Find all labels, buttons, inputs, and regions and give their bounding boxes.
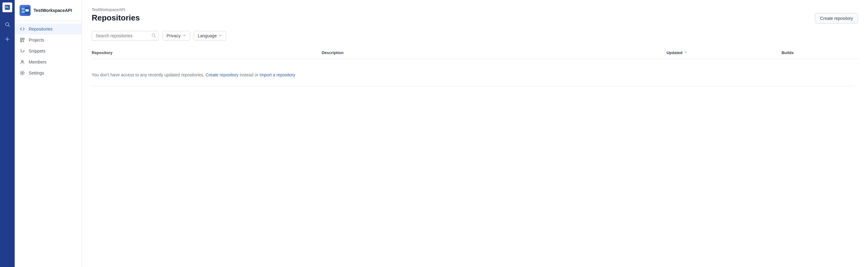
sidebar-item-projects[interactable]: Projects (15, 35, 82, 45)
sidebar-header: TestWorkspaceAPI (15, 0, 82, 21)
snippets-icon (20, 48, 25, 54)
column-header-description: Description (321, 48, 666, 59)
svg-rect-9 (25, 9, 29, 11)
svg-point-11 (22, 72, 23, 74)
import-repo-link[interactable]: Import a repository (259, 72, 295, 77)
create-repo-link[interactable]: Create repository (206, 72, 238, 77)
create-nav-icon[interactable] (2, 34, 12, 44)
privacy-filter-button[interactable]: Privacy (163, 31, 190, 41)
workspace-name: TestWorkspaceAPI (34, 8, 72, 13)
sidebar-item-snippets[interactable]: Snippets (15, 45, 82, 57)
search-input[interactable] (92, 31, 159, 41)
chevron-down-icon (183, 33, 186, 38)
create-repository-button[interactable]: Create repository (815, 13, 858, 24)
search-nav-icon[interactable] (2, 20, 12, 29)
table-row: You don't have access to any recently up… (92, 59, 858, 91)
column-header-repository: Repository (92, 48, 321, 59)
column-header-builds: Builds (781, 48, 858, 59)
svg-line-3 (8, 25, 9, 27)
sort-chevron-icon[interactable] (684, 51, 687, 55)
filters-bar: Privacy Language (92, 31, 858, 41)
projects-icon (20, 37, 25, 43)
sidebar-item-label: Projects (29, 38, 44, 42)
sidebar-item-label: Settings (29, 71, 44, 75)
language-filter-button[interactable]: Language (194, 31, 226, 41)
column-header-updated: Updated (666, 48, 684, 59)
settings-icon (20, 70, 25, 76)
sidebar-item-members[interactable]: Members (15, 57, 82, 68)
svg-rect-8 (21, 11, 25, 13)
sidebar-item-repositories[interactable]: Repositories (15, 24, 82, 35)
search-container (92, 31, 159, 41)
members-icon (20, 59, 25, 65)
repository-table: Repository Description Updated Builds (92, 48, 858, 91)
avatar (20, 5, 31, 16)
sidebar-item-label: Members (29, 60, 46, 64)
repo-icon (20, 26, 25, 32)
svg-rect-1 (5, 5, 7, 7)
page-header: Repositories Create repository (92, 13, 858, 24)
breadcrumb: TestWorkspaceAPI (92, 7, 858, 12)
sidebar-nav: Repositories Projects Snippets (15, 21, 82, 81)
empty-state-message: You don't have access to any recently up… (92, 59, 858, 91)
chevron-down-icon (219, 33, 222, 38)
updated-label: Updated (666, 51, 682, 55)
sidebar-item-settings[interactable]: Settings (15, 68, 82, 78)
bitbucket-logo[interactable] (2, 2, 12, 12)
sidebar-item-label: Snippets (29, 48, 45, 54)
sidebar: TestWorkspaceAPI Repositories Projects (15, 0, 82, 267)
page-title: Repositories (92, 13, 140, 23)
empty-text-mid: instead or (240, 72, 259, 77)
empty-text: You don't have access to any recently up… (92, 72, 205, 77)
main-content-area: TestWorkspaceAPI Repositories Create rep… (82, 0, 868, 267)
language-filter-label: Language (198, 33, 217, 38)
icon-bar (0, 0, 15, 267)
sidebar-item-label: Repositories (29, 27, 53, 31)
svg-rect-7 (21, 8, 25, 10)
svg-point-10 (21, 61, 23, 62)
privacy-filter-label: Privacy (166, 33, 181, 38)
